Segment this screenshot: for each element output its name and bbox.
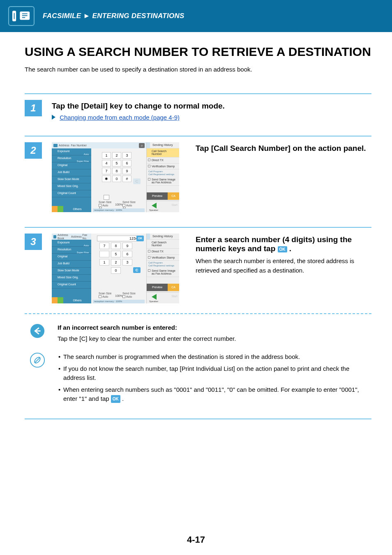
- key-7[interactable]: 7: [99, 243, 109, 249]
- reception-memory: reception memory : 100%: [93, 300, 145, 303]
- sidebar-item-resolution[interactable]: ResolutionSuper Fine: [52, 247, 91, 254]
- key-0[interactable]: 0: [111, 267, 121, 274]
- sidebar-item-mixed[interactable]: Mixed Size Orig.: [52, 275, 91, 282]
- step-2-screenshot: Address Fax Number ExposureAuto Resoluti…: [52, 142, 179, 212]
- action-send-same-image[interactable]: Send Same Image as Fax Address: [147, 177, 179, 186]
- sidebar-item-jobbuild[interactable]: Job Build: [52, 169, 91, 176]
- key-8[interactable]: 8: [112, 168, 121, 174]
- action-sending-history[interactable]: Sending History: [147, 234, 179, 240]
- action-sending-history[interactable]: Sending History: [147, 142, 179, 148]
- sidebar-item-slowscan[interactable]: Slow Scan Mode: [52, 176, 91, 183]
- breadcrumb: FACSIMILE ► ENTERING DESTINATIONS: [43, 12, 184, 20]
- start-button[interactable]: Start: [171, 204, 178, 207]
- ca-button[interactable]: CA: [168, 284, 179, 291]
- panel-sidebar: Address Fax Number ExposureAuto Resoluti…: [52, 142, 91, 212]
- speaker-area: Speaker Start: [147, 292, 179, 303]
- send-size-auto: Auto: [126, 204, 132, 207]
- panel-center: ⌕ 1 2 3 4 5 6 7 8 9 ✱: [91, 142, 146, 212]
- step-3-heading: Enter a search number (4 digits) using t…: [196, 235, 371, 253]
- key-4[interactable]: 4: [102, 160, 111, 166]
- notes-block: If an incorrect search number is entered…: [25, 323, 371, 406]
- ca-button[interactable]: CA: [168, 192, 179, 200]
- sidebar-head-address: Address: [71, 235, 82, 238]
- action-call-program[interactable]: Call ProgramCall Registered settings: [147, 261, 179, 268]
- sidebar-favorite-icon[interactable]: [52, 206, 58, 212]
- numeric-keypad: 7 8 9 5 6 1 2 3 0: [99, 243, 132, 274]
- panel-sidebar: Address Book Address Fax No. ExposureAut…: [52, 234, 91, 303]
- action-verification-stamp[interactable]: Verification Stamp: [147, 164, 179, 170]
- key-0[interactable]: 0: [112, 176, 121, 182]
- sidebar-item-exposure[interactable]: ExposureAuto: [52, 240, 91, 247]
- sidebar-item-original[interactable]: Original: [52, 162, 91, 169]
- ok-chip-icon: OK: [111, 395, 120, 403]
- note-incorrect-title: If an incorrect search number is entered…: [58, 323, 371, 333]
- preview-button[interactable]: Preview: [147, 284, 168, 291]
- key-hash[interactable]: #: [122, 176, 131, 182]
- speaker-icon[interactable]: [152, 294, 157, 300]
- key-9[interactable]: 9: [122, 168, 131, 174]
- key-2[interactable]: 2: [111, 259, 121, 266]
- action-call-program[interactable]: Call ProgramCall Registered settings: [147, 169, 179, 176]
- panel-center: 1234 OK 7 8 9 5 6 1 2 3: [91, 234, 146, 303]
- key-4[interactable]: [99, 251, 109, 257]
- breadcrumb-page: ENTERING DESTINATIONS: [92, 12, 184, 20]
- key-8[interactable]: 8: [111, 243, 121, 249]
- action-panel: Sending History Call Search Number Direc…: [146, 142, 179, 212]
- sidebar-item-exposure[interactable]: ExposureAuto: [52, 148, 91, 155]
- key-6[interactable]: 6: [122, 251, 132, 257]
- action-call-search-number[interactable]: Call Search Number: [147, 148, 179, 157]
- action-call-search-number[interactable]: Call Search Number: [147, 240, 179, 249]
- scan-size-label: Scan Size: [99, 292, 112, 295]
- note-bullet-3: When entering search numbers such as "00…: [58, 385, 371, 404]
- step-1-number: 1: [25, 100, 42, 116]
- sidebar-head-address: Address: [59, 144, 69, 147]
- speaker-label: Speaker: [149, 209, 158, 212]
- action-send-same-image[interactable]: Send Same Image as Fax Address: [147, 268, 179, 277]
- start-button[interactable]: Start: [171, 295, 178, 298]
- sidebar-item-resolution[interactable]: ResolutionSuper Fine: [52, 155, 91, 162]
- action-verification-stamp[interactable]: Verification Stamp: [147, 255, 179, 261]
- sidebar-item-count[interactable]: Original Count: [52, 190, 91, 197]
- key-2[interactable]: 2: [112, 152, 121, 159]
- search-icon[interactable]: ⌕: [139, 143, 145, 148]
- sidebar-favorite-icon[interactable]: [52, 297, 58, 303]
- page-number: 4-17: [0, 534, 392, 545]
- sidebar-item-others[interactable]: Others: [63, 206, 91, 212]
- action-direct-tx[interactable]: Direct TX: [147, 249, 179, 255]
- key-star[interactable]: ✱: [102, 176, 111, 182]
- key-1[interactable]: 1: [99, 259, 109, 266]
- key-1[interactable]: 1: [102, 152, 111, 159]
- ok-button[interactable]: OK: [136, 236, 144, 241]
- sidebar-head-faxno: Fax No.: [83, 234, 90, 240]
- note-bullet-1: The search number is programmed when the…: [58, 352, 371, 362]
- scale-percent: 100%: [115, 203, 122, 206]
- search-number-input[interactable]: 1234: [97, 236, 140, 241]
- page-preview-icon: [104, 195, 109, 200]
- key-6[interactable]: 6: [122, 160, 131, 166]
- action-direct-tx[interactable]: Direct TX: [147, 157, 179, 164]
- step-1: 1 Tap the [Detail] key to change to norm…: [25, 93, 371, 136]
- speaker-icon[interactable]: [152, 203, 157, 208]
- sidebar-check-icon[interactable]: [58, 297, 63, 303]
- clear-key[interactable]: C: [133, 267, 141, 273]
- note-incorrect-body: Tap the [C] key to clear the number and …: [58, 334, 371, 344]
- sidebar-item-original[interactable]: Original: [52, 254, 91, 261]
- key-3[interactable]: 3: [122, 152, 131, 159]
- key-7[interactable]: 7: [102, 168, 111, 174]
- sidebar-head: Address Fax Number: [52, 142, 91, 148]
- sidebar-check-icon[interactable]: [58, 206, 63, 212]
- preview-button[interactable]: Preview: [147, 192, 168, 200]
- changing-mode-link[interactable]: Changing mode from each mode (page 4-9): [60, 114, 180, 121]
- sidebar-item-jobbuild[interactable]: Job Build: [52, 261, 91, 268]
- sidebar-item-mixed[interactable]: Mixed Size Orig.: [52, 183, 91, 190]
- step-1-link-line: Changing mode from each mode (page 4-9): [52, 114, 371, 121]
- info-clip-icon: [30, 352, 45, 368]
- sidebar-item-count[interactable]: Original Count: [52, 282, 91, 289]
- action-panel: Sending History Call Search Number Direc…: [146, 234, 179, 303]
- sidebar-item-others[interactable]: Others: [63, 297, 91, 303]
- sidebar-item-slowscan[interactable]: Slow Scan Mode: [52, 268, 91, 275]
- key-9[interactable]: 9: [122, 243, 132, 249]
- key-3[interactable]: 3: [122, 259, 132, 266]
- key-5[interactable]: 5: [112, 160, 121, 166]
- key-5[interactable]: 5: [111, 251, 121, 257]
